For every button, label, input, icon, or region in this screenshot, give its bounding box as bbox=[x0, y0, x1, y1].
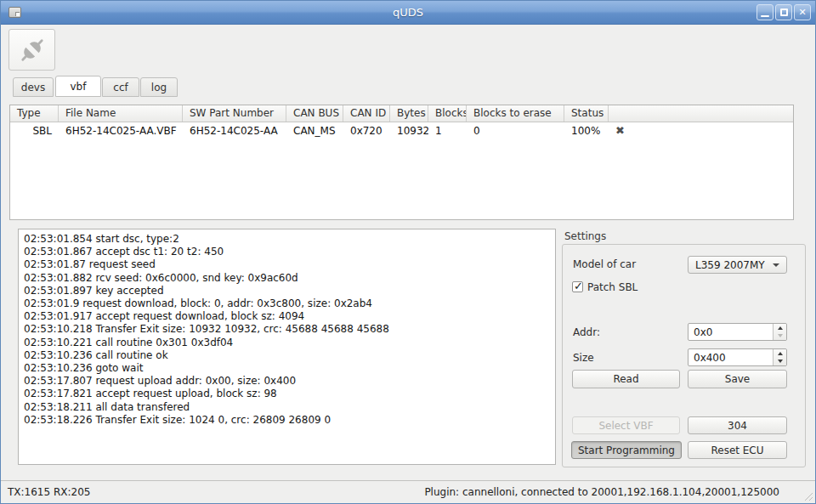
log-output[interactable]: 02:53:01.854 start dsc, type:2 02:53:01.… bbox=[18, 229, 556, 465]
settings-title: Settings bbox=[564, 230, 606, 242]
size-label: Size bbox=[573, 352, 594, 364]
tab-devs[interactable]: devs bbox=[13, 77, 54, 97]
column-header-blocks-to-erase[interactable]: Blocks to erase bbox=[467, 105, 564, 122]
tx-rx-counter: TX:1615 RX:205 bbox=[8, 486, 90, 498]
save-button[interactable]: Save bbox=[688, 370, 787, 388]
tab-vbf[interactable]: vbf bbox=[55, 76, 101, 97]
reset-ecu-button[interactable]: Reset ECU bbox=[688, 441, 787, 459]
quds-window: qUDS ✕ devs vbf ccf log Type File Name S… bbox=[0, 0, 816, 504]
app-icon-fold bbox=[15, 12, 20, 16]
addr-spin-down-icon[interactable] bbox=[774, 332, 786, 341]
close-button[interactable]: ✕ bbox=[794, 4, 811, 20]
cell-blocks: 1 bbox=[428, 125, 467, 137]
connect-button[interactable] bbox=[8, 29, 55, 71]
checkmark-icon: ✓ bbox=[574, 280, 583, 292]
column-header-can-bus[interactable]: CAN BUS bbox=[286, 105, 343, 122]
size-spin-up-icon[interactable] bbox=[774, 349, 786, 358]
tab-ccf-label: ccf bbox=[113, 82, 128, 93]
minimize-button[interactable] bbox=[756, 4, 774, 20]
cell-sw-part-number: 6H52-14C025-AA bbox=[183, 125, 286, 137]
size-value: 0x400 bbox=[694, 352, 726, 364]
tab-log-label: log bbox=[151, 82, 167, 93]
tab-log[interactable]: log bbox=[140, 77, 178, 97]
maximize-button[interactable] bbox=[775, 4, 792, 20]
addr-value: 0x0 bbox=[694, 326, 712, 338]
column-header-file-name[interactable]: File Name bbox=[59, 105, 183, 122]
maximize-icon bbox=[780, 8, 788, 16]
settings-groupbox: Model of car L359 2007MY ✓ Patch SBL Add… bbox=[562, 244, 806, 467]
model-of-car-value: L359 2007MY bbox=[695, 259, 765, 271]
resize-grip[interactable] bbox=[802, 490, 813, 501]
block-size-button[interactable]: 304 bbox=[688, 416, 787, 434]
patch-sbl-label: Patch SBL bbox=[587, 281, 638, 293]
app-icon bbox=[8, 7, 21, 18]
addr-label: Addr: bbox=[573, 326, 600, 338]
status-bar: TX:1615 RX:205 Plugin: cannelloni, conne… bbox=[1, 480, 815, 503]
cell-type: SBL bbox=[10, 125, 59, 137]
tab-vbf-label: vbf bbox=[71, 81, 87, 93]
cell-file-name: 6H52-14C025-AA.VBF bbox=[59, 125, 183, 137]
column-header-bytes[interactable]: Bytes bbox=[390, 105, 428, 122]
cell-bytes: 10932 bbox=[390, 125, 428, 137]
table-row[interactable]: SBL 6H52-14C025-AA.VBF 6H52-14C025-AA CA… bbox=[10, 122, 793, 139]
size-spinner bbox=[773, 349, 786, 365]
read-button[interactable]: Read bbox=[572, 370, 680, 388]
window-title: qUDS bbox=[393, 6, 423, 19]
plugin-status: Plugin: cannelloni, connected to 20001,1… bbox=[424, 486, 779, 498]
remove-file-icon[interactable]: ✖ bbox=[615, 125, 625, 137]
cell-blocks-to-erase: 0 bbox=[467, 125, 564, 137]
column-header-blocks[interactable]: Blocks bbox=[428, 105, 467, 122]
column-header-sw-part-number[interactable]: SW Part Number bbox=[183, 105, 286, 122]
column-header-type[interactable]: Type bbox=[10, 105, 59, 122]
table-header: Type File Name SW Part Number CAN BUS CA… bbox=[10, 105, 793, 122]
patch-sbl-checkbox[interactable]: ✓ bbox=[572, 281, 583, 292]
chevron-down-icon bbox=[773, 263, 779, 267]
titlebar[interactable]: qUDS ✕ bbox=[1, 1, 815, 25]
close-icon: ✕ bbox=[798, 7, 806, 18]
cell-status: 100% bbox=[564, 125, 609, 137]
addr-spinner bbox=[773, 324, 786, 340]
tab-ccf[interactable]: ccf bbox=[102, 77, 139, 97]
cell-can-bus: CAN_MS bbox=[286, 125, 343, 137]
vbf-file-table: Type File Name SW Part Number CAN BUS CA… bbox=[9, 105, 794, 220]
select-vbf-button: Select VBF bbox=[572, 416, 680, 434]
disconnected-plug-icon bbox=[16, 34, 48, 66]
start-programming-button[interactable]: Start Programming bbox=[571, 441, 682, 459]
model-of-car-label: Model of car bbox=[573, 258, 636, 270]
addr-spinbox[interactable]: 0x0 bbox=[688, 323, 787, 341]
addr-spin-up-icon[interactable] bbox=[774, 324, 786, 332]
cell-can-id: 0x720 bbox=[343, 125, 390, 137]
tab-devs-label: devs bbox=[21, 82, 45, 93]
column-header-status[interactable]: Status bbox=[564, 105, 609, 122]
model-of-car-dropdown[interactable]: L359 2007MY bbox=[688, 256, 787, 274]
minimize-icon bbox=[761, 15, 769, 17]
size-spinbox[interactable]: 0x400 bbox=[688, 348, 787, 366]
size-spin-down-icon[interactable] bbox=[774, 358, 786, 366]
column-header-can-id[interactable]: CAN ID bbox=[343, 105, 390, 122]
column-header-spacer bbox=[609, 105, 793, 122]
